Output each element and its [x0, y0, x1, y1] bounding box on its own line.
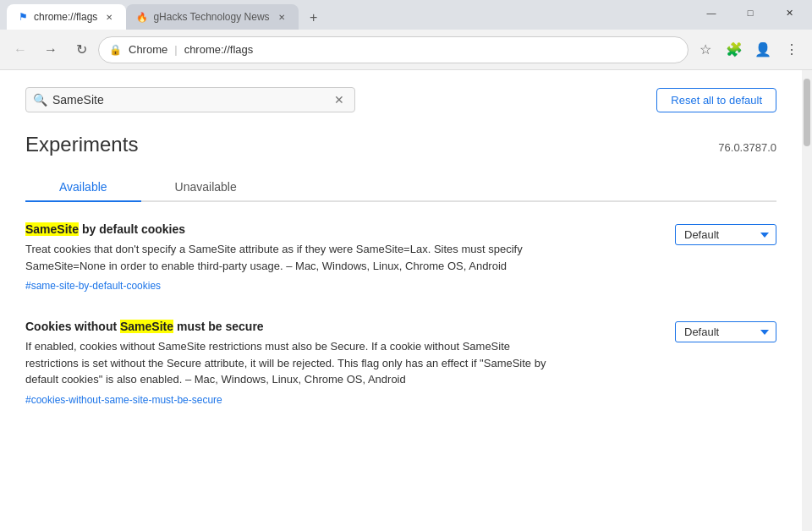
tabs-row: chrome://flags ✕ 🔥 gHacks Technology New…: [0, 0, 326, 30]
browser-frame: chrome://flags ✕ 🔥 gHacks Technology New…: [0, 0, 812, 531]
flag-highlight-2: SameSite: [120, 320, 173, 333]
title-bar: chrome://flags ✕ 🔥 gHacks Technology New…: [0, 0, 812, 30]
page-content: 🔍 ✕ Reset all to default Experiments 76.…: [0, 70, 812, 531]
flag-description-2: If enabled, cookies without SameSite res…: [25, 338, 550, 388]
tab-available[interactable]: Available: [25, 173, 141, 202]
flag-title-text-1: SameSite by default cookies: [25, 222, 550, 236]
flag-title-pre-2: Cookies without: [25, 320, 120, 333]
scrollbar-track[interactable]: [802, 70, 812, 531]
address-divider: |: [174, 43, 177, 56]
experiments-title: Experiments: [25, 133, 138, 156]
extensions-button[interactable]: 🧩: [721, 36, 748, 63]
flags-search-row: 🔍 ✕ Reset all to default: [25, 87, 776, 112]
flag-link-1[interactable]: #same-site-by-default-cookies: [25, 280, 161, 292]
search-icon: 🔍: [33, 93, 47, 107]
tab-unavailable[interactable]: Unavailable: [141, 173, 271, 202]
maximize-button[interactable]: □: [731, 0, 770, 25]
flag-title-text-2: Cookies without SameSite must be secure: [25, 320, 550, 333]
flag-select-1[interactable]: Default Enabled Disabled: [675, 224, 776, 245]
experiments-header: Experiments 76.0.3787.0: [25, 133, 776, 156]
account-button[interactable]: 👤: [749, 36, 776, 63]
back-button[interactable]: ←: [7, 36, 34, 63]
flag-item-cookies-secure: Cookies without SameSite must be secure …: [25, 320, 776, 407]
reload-button[interactable]: ↻: [68, 36, 95, 63]
flag-title-post-2: must be secure: [173, 320, 264, 333]
flags-search-input[interactable]: [52, 93, 326, 107]
minimize-button[interactable]: —: [692, 0, 731, 25]
flag-description-1: Treat cookies that don't specify a SameS…: [25, 241, 550, 274]
toolbar: ← → ↻ 🔒 Chrome | chrome://flags ☆ 🧩 👤 ⋮: [0, 30, 812, 70]
flags-tabs: Available Unavailable: [25, 173, 776, 202]
clear-search-button[interactable]: ✕: [331, 91, 348, 108]
window-controls: — □ ✕: [692, 0, 812, 25]
ghacks-favicon-icon: 🔥: [136, 11, 148, 23]
reset-all-button[interactable]: Reset all to default: [656, 88, 776, 112]
forward-button[interactable]: →: [37, 36, 64, 63]
flag-item-samesite-default: SameSite by default cookies Treat cookie…: [25, 222, 776, 293]
flag-title-row-2: Cookies without SameSite must be secure …: [25, 320, 776, 407]
tab-flags-close[interactable]: ✕: [102, 10, 116, 24]
tab-flags-title: chrome://flags: [34, 11, 97, 23]
flag-highlight-1: SameSite: [25, 222, 79, 236]
address-bar[interactable]: 🔒 Chrome | chrome://flags: [98, 36, 689, 63]
lock-icon: 🔒: [109, 44, 122, 56]
close-button[interactable]: ✕: [770, 0, 809, 25]
flag-link-2[interactable]: #cookies-without-same-site-must-be-secur…: [25, 394, 222, 406]
tab-ghacks[interactable]: 🔥 gHacks Technology News ✕: [126, 4, 298, 30]
menu-button[interactable]: ⋮: [778, 36, 805, 63]
flag-title-2: Cookies without SameSite must be secure …: [25, 320, 550, 407]
flags-search-wrapper: 🔍 ✕: [25, 87, 355, 112]
version-text: 76.0.3787.0: [718, 141, 776, 154]
main-area: 🔍 ✕ Reset all to default Experiments 76.…: [0, 70, 802, 531]
flag-title-row-1: SameSite by default cookies Treat cookie…: [25, 222, 776, 293]
tab-ghacks-close[interactable]: ✕: [275, 10, 288, 24]
toolbar-icons: ☆ 🧩 👤 ⋮: [692, 36, 805, 63]
tab-ghacks-title: gHacks Technology News: [153, 11, 269, 23]
flags-favicon-icon: [17, 11, 29, 23]
tab-flags[interactable]: chrome://flags ✕: [7, 4, 126, 30]
flag-title-rest-1: by default cookies: [79, 222, 185, 236]
bookmark-button[interactable]: ☆: [692, 36, 719, 63]
new-tab-button[interactable]: +: [302, 6, 326, 30]
address-brand: Chrome: [129, 43, 167, 56]
flag-select-wrapper-1: Default Enabled Disabled: [675, 224, 776, 245]
address-url: chrome://flags: [184, 43, 678, 56]
flag-select-2[interactable]: Default Enabled Disabled: [675, 321, 776, 342]
scrollbar-thumb[interactable]: [804, 79, 810, 146]
flag-title-1: SameSite by default cookies Treat cookie…: [25, 222, 550, 293]
flag-select-wrapper-2: Default Enabled Disabled: [675, 321, 776, 342]
